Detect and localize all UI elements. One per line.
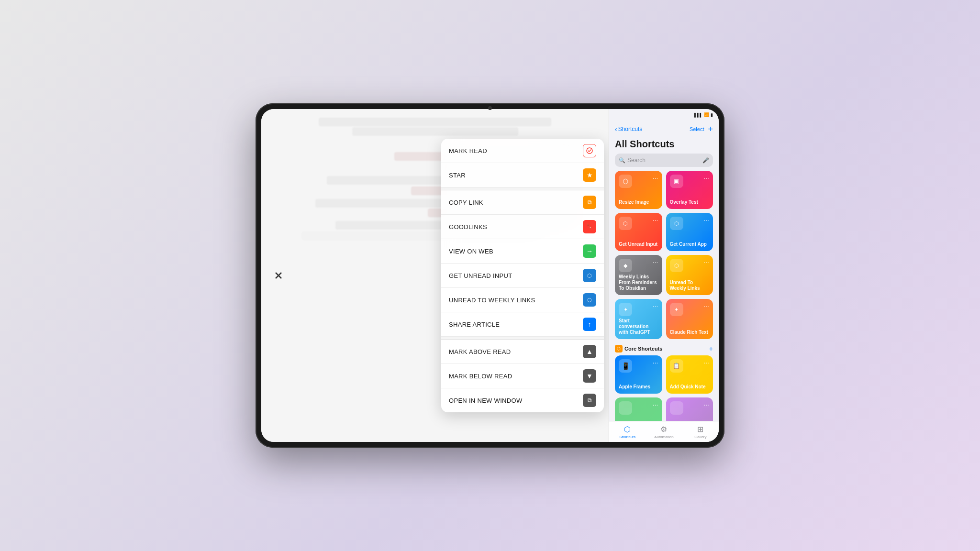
menu-item-mark-below-read[interactable]: MARK BELOW READ ▼	[441, 364, 604, 388]
shortcut-menu-dots[interactable]: ···	[653, 401, 658, 408]
open-new-icon: ⧉	[583, 394, 596, 407]
menu-item-goodlinks[interactable]: GOODLINKS 🔖	[441, 215, 604, 239]
shortcut-weekly-links-reminders[interactable]: ◆ ··· Weekly Links From Reminders To Obs…	[615, 255, 662, 295]
card-header: ···	[619, 401, 658, 415]
mark-read-svg	[586, 147, 593, 154]
card-header: ✦ ···	[619, 303, 658, 316]
shortcut-menu-dots[interactable]: ···	[653, 259, 658, 265]
shortcut-icon-symbol: ✦	[624, 307, 628, 313]
ipad-screen: LILIPUTING RSS	[261, 109, 719, 442]
select-button[interactable]: Select	[690, 126, 704, 132]
context-menu: MARK READ STAR ★	[441, 139, 604, 412]
shortcut-partial-2[interactable]: ···	[666, 397, 713, 421]
shortcut-menu-dots[interactable]: ···	[703, 359, 709, 366]
shortcut-resize-image[interactable]: ⬡ ··· Resize Image	[615, 171, 662, 209]
shortcut-icon: ✦	[619, 303, 632, 316]
menu-item-share-article[interactable]: SHARE ARTICLE ↑	[441, 312, 604, 337]
shortcut-menu-dots[interactable]: ···	[653, 303, 658, 309]
card-header: ▣ ···	[670, 175, 710, 188]
shortcut-menu-dots[interactable]: ···	[703, 217, 709, 223]
shortcut-icon: ✦	[670, 303, 683, 316]
shortcut-apple-frames[interactable]: 📱 ··· Apple Frames	[615, 355, 662, 394]
card-header: ⬡ ···	[670, 259, 710, 272]
shortcut-partial-1[interactable]: ···	[615, 397, 662, 421]
shortcut-menu-dots[interactable]: ···	[653, 359, 658, 366]
microphone-icon: 🎤	[702, 157, 709, 164]
share-icon: ↑	[583, 318, 596, 331]
nav-back-button[interactable]: ‹ Shortcuts	[615, 125, 642, 133]
shortcut-icon-symbol: 📱	[622, 362, 630, 370]
shortcut-menu-dots[interactable]: ···	[703, 175, 709, 181]
shortcut-menu-dots[interactable]: ···	[703, 401, 709, 408]
shortcut-start-chatgpt[interactable]: ✦ ··· Start conversation with ChatGPT	[615, 299, 662, 339]
card-header: 📋 ···	[670, 359, 710, 373]
shortcut-icon-symbol: ✦	[674, 307, 679, 313]
shortcut-unread-to-weekly-links[interactable]: ⬡ ··· Unread To Weekly Links	[666, 255, 713, 295]
tab-shortcuts[interactable]: ⬡ Shortcuts	[609, 425, 646, 439]
shortcut-icon: ⬡	[670, 217, 683, 230]
shortcut-icon-symbol: ▣	[674, 178, 679, 185]
tab-shortcuts-label: Shortcuts	[619, 435, 635, 439]
add-shortcut-button[interactable]: +	[708, 124, 713, 134]
menu-item-unread-to-weekly[interactable]: UNREAD TO WEEKLY LINKS ⬡	[441, 288, 604, 312]
shortcut-icon-symbol: ◆	[624, 263, 627, 269]
shortcut-menu-dots[interactable]: ···	[703, 303, 709, 309]
shortcut-name: Get Unread Input	[619, 242, 658, 247]
menu-item-view-on-web[interactable]: VIEW ON WEB →	[441, 239, 604, 264]
copy-link-icon: ⧉	[583, 196, 596, 209]
shortcut-name: Get Current App	[670, 242, 710, 247]
nav-back-label: Shortcuts	[618, 126, 643, 132]
tab-gallery-label: Gallery	[694, 435, 706, 439]
menu-item-get-unread-input[interactable]: GET UNREAD INPUT ⬡	[441, 264, 604, 288]
core-shortcuts-section-header: ⬡ Core Shortcuts +	[615, 343, 713, 355]
battery-icon: ▮	[711, 112, 713, 117]
shortcut-icon: ⬡	[619, 175, 632, 188]
shortcut-icon-symbol: ⬡	[623, 220, 628, 227]
left-panel: LILIPUTING RSS	[261, 109, 609, 442]
close-button[interactable]	[271, 268, 286, 283]
context-menu-overlay: MARK READ STAR ★	[261, 109, 609, 442]
ipad-frame: LILIPUTING RSS	[256, 103, 724, 448]
open-new-symbol: ⧉	[588, 397, 592, 404]
mark-above-symbol: ▲	[586, 348, 593, 355]
shortcuts-page-title: All Shortcuts	[609, 138, 719, 154]
menu-item-open-new-window[interactable]: OPEN IN NEW WINDOW ⧉	[441, 388, 604, 412]
shortcut-add-quick-note[interactable]: 📋 ··· Add Quick Note	[666, 355, 713, 394]
view-symbol: →	[586, 247, 593, 255]
shortcut-get-unread-input[interactable]: ⬡ ··· Get Unread Input	[615, 213, 662, 251]
shortcut-menu-dots[interactable]: ···	[703, 259, 709, 265]
wifi-icon: 📶	[704, 112, 709, 117]
shortcut-icon	[619, 401, 632, 415]
core-shortcuts-add-button[interactable]: +	[709, 345, 713, 353]
shortcut-name: Resize Image	[619, 199, 658, 205]
shortcut-menu-dots[interactable]: ···	[653, 217, 658, 223]
shortcuts-row-1: ⬡ ··· Resize Image ▣ ··· O	[615, 171, 713, 209]
tab-automation[interactable]: ⚙ Automation	[646, 425, 682, 439]
search-icon: 🔍	[619, 157, 625, 164]
tab-gallery[interactable]: ⊞ Gallery	[682, 425, 719, 439]
shortcut-overlay-test[interactable]: ▣ ··· Overlay Test	[666, 171, 713, 209]
tab-gallery-icon: ⊞	[697, 425, 703, 434]
view-on-web-icon: →	[583, 244, 596, 258]
get-unread-icon: ⬡	[583, 269, 596, 282]
weekly-symbol: ⬡	[587, 297, 592, 303]
shortcut-name: Add Quick Note	[670, 384, 710, 390]
shortcut-icon: ⬡	[670, 259, 683, 272]
status-bar: ▌▌▌ 📶 ▮	[609, 109, 719, 121]
shortcut-icon-symbol: ⬡	[674, 263, 679, 269]
menu-item-mark-read[interactable]: MARK READ	[441, 139, 604, 163]
search-bar[interactable]: 🔍 Search 🎤	[615, 154, 713, 167]
menu-item-star[interactable]: STAR ★	[441, 163, 604, 187]
shortcut-get-current-app[interactable]: ⬡ ··· Get Current App	[666, 213, 713, 251]
close-icon	[274, 271, 283, 280]
core-shortcuts-label: Core Shortcuts	[624, 346, 662, 352]
tab-bar: ⬡ Shortcuts ⚙ Automation ⊞ Gallery	[609, 421, 719, 442]
card-header: ✦ ···	[670, 303, 710, 316]
mark-below-icon: ▼	[583, 369, 596, 383]
status-icons: ▌▌▌ 📶 ▮	[694, 112, 713, 117]
shortcut-claude-rich-text[interactable]: ✦ ··· Claude Rich Text	[666, 299, 713, 339]
shortcut-menu-dots[interactable]: ···	[653, 175, 658, 181]
menu-item-copy-link[interactable]: COPY LINK ⧉	[441, 190, 604, 215]
menu-item-mark-above-read[interactable]: MARK ABOVE READ ▲	[441, 340, 604, 364]
shortcut-icon: 📱	[619, 359, 632, 373]
